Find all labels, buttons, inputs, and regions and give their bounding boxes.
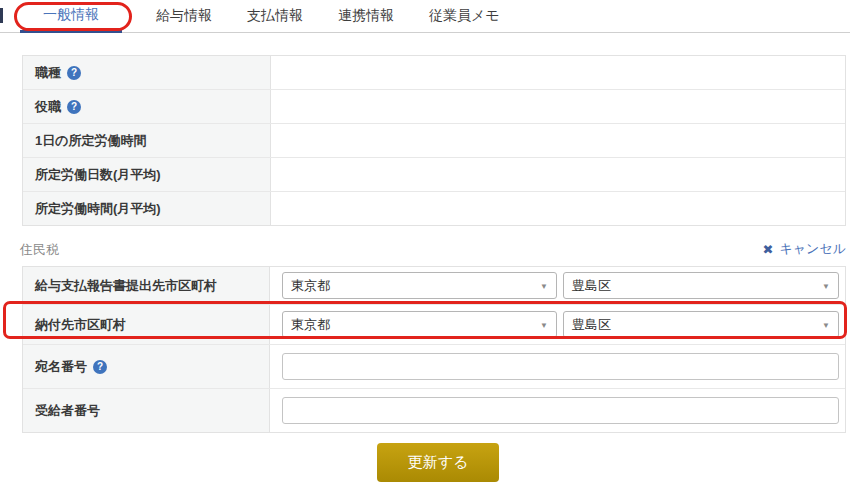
cancel-link[interactable]: ✖ キャンセル [763, 240, 846, 258]
table-row-working-days-monthly: 所定労働日数(月平均) [23, 158, 845, 192]
general-info-table: 職種 ? 役職 ? 1日の所定労働時間 所定労働日数(月平均) [22, 55, 846, 226]
select-value: 東京都 [291, 277, 330, 295]
row-value-address-number [270, 345, 845, 388]
help-icon[interactable]: ? [67, 100, 81, 114]
table-row-recipient-number: 受給者番号 [23, 389, 845, 432]
row-value-recipient-number [270, 389, 845, 432]
table-row-job-type: 職種 ? [23, 56, 845, 90]
payment-municipality-select[interactable]: 豊島区 ▼ [563, 311, 839, 338]
tab-integration-info[interactable]: 連携情報 [338, 7, 394, 27]
table-row-position: 役職 ? [23, 90, 845, 124]
row-value-job-type [271, 56, 845, 89]
section-title-resident-tax: 住民税 [20, 242, 59, 257]
tab-payment-info[interactable]: 支払情報 [247, 7, 303, 27]
report-prefecture-select[interactable]: 東京都 ▼ [282, 272, 557, 299]
select-value: 豊島区 [572, 277, 611, 295]
chevron-down-icon: ▼ [540, 320, 548, 329]
label-text: 納付先市区町村 [35, 316, 126, 334]
label-text: 役職 [35, 98, 61, 116]
tab-bar: 一般情報 給与情報 支払情報 連携情報 従業員メモ [0, 0, 850, 33]
tab-employee-memo[interactable]: 従業員メモ [429, 7, 500, 27]
label-text: 所定労働時間(月平均) [35, 200, 161, 218]
row-label-payment-municipality: 納付先市区町村 [23, 305, 270, 344]
row-value-position [271, 90, 845, 123]
row-label-position: 役職 ? [23, 90, 271, 123]
help-icon[interactable]: ? [93, 360, 107, 374]
resident-tax-section-header: 住民税 ✖ キャンセル [20, 240, 846, 258]
row-label-working-hours-monthly: 所定労働時間(月平均) [23, 192, 271, 225]
chevron-down-icon: ▼ [822, 320, 830, 329]
chevron-down-icon: ▼ [540, 281, 548, 290]
label-text: 職種 [35, 64, 61, 82]
row-label-job-type: 職種 ? [23, 56, 271, 89]
tab-salary-info[interactable]: 給与情報 [156, 7, 212, 27]
row-label-daily-working-hours: 1日の所定労働時間 [23, 124, 271, 157]
row-value-payment-municipality: 東京都 ▼ 豊島区 ▼ [270, 305, 845, 344]
select-value: 東京都 [291, 316, 330, 334]
row-value-report-municipality: 東京都 ▼ 豊島区 ▼ [270, 267, 845, 304]
row-label-working-days-monthly: 所定労働日数(月平均) [23, 158, 271, 191]
update-button[interactable]: 更新する [377, 443, 499, 482]
chevron-down-icon: ▼ [822, 281, 830, 290]
tab-general-info[interactable]: 一般情報 [43, 6, 99, 24]
row-value-working-days-monthly [271, 158, 845, 191]
payment-prefecture-select[interactable]: 東京都 ▼ [282, 311, 557, 338]
report-municipality-select[interactable]: 豊島区 ▼ [563, 272, 839, 299]
table-row-report-municipality: 給与支払報告書提出先市区町村 東京都 ▼ 豊島区 ▼ [23, 267, 845, 305]
employee-detail-page: 一般情報 給与情報 支払情報 連携情報 従業員メモ 職種 ? 役職 ? [0, 0, 850, 500]
row-value-daily-working-hours [271, 124, 845, 157]
table-row-working-hours-monthly: 所定労働時間(月平均) [23, 192, 845, 225]
cancel-label: キャンセル [779, 240, 846, 258]
label-text: 1日の所定労働時間 [35, 132, 147, 150]
cropped-edge-mark [0, 8, 3, 23]
row-label-recipient-number: 受給者番号 [23, 389, 270, 432]
table-row-daily-working-hours: 1日の所定労働時間 [23, 124, 845, 158]
tab-general-info-wrap: 一般情報 [20, 0, 122, 33]
label-text: 給与支払報告書提出先市区町村 [35, 277, 217, 295]
row-value-working-hours-monthly [271, 192, 845, 225]
label-text: 所定労働日数(月平均) [35, 166, 161, 184]
label-text: 宛名番号 [35, 358, 87, 376]
help-icon[interactable]: ? [67, 66, 81, 80]
cancel-x-icon: ✖ [763, 242, 774, 257]
tab-list: 一般情報 給与情報 支払情報 連携情報 従業員メモ [20, 0, 500, 33]
table-row-address-number: 宛名番号 ? [23, 345, 845, 389]
label-text: 受給者番号 [35, 402, 100, 420]
recipient-number-input[interactable] [282, 397, 839, 424]
address-number-input[interactable] [282, 353, 839, 380]
row-label-address-number: 宛名番号 ? [23, 345, 270, 388]
row-label-report-municipality: 給与支払報告書提出先市区町村 [23, 267, 270, 304]
table-row-payment-municipality: 納付先市区町村 東京都 ▼ 豊島区 ▼ [23, 305, 845, 345]
resident-tax-table: 給与支払報告書提出先市区町村 東京都 ▼ 豊島区 ▼ 納付先市区町村 東京都 [22, 266, 846, 433]
select-value: 豊島区 [572, 316, 611, 334]
